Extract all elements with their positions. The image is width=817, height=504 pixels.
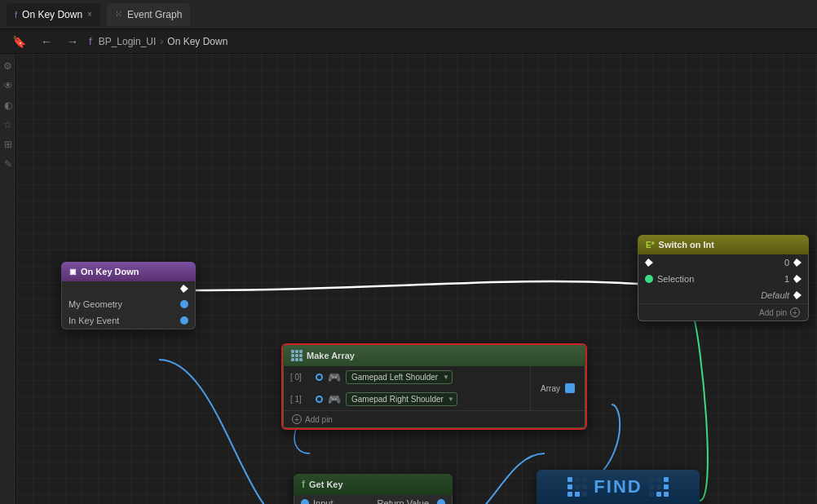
gamepad1-icon: 🎮 [328, 393, 341, 405]
inkeyevent-label: In Key Event [68, 316, 119, 325]
makearray-addpin-row[interactable]: + Add pin [284, 410, 585, 427]
item1-pin[interactable] [316, 396, 323, 403]
onkeydown-exec-row [62, 281, 195, 296]
switch-1-label: 1 [784, 274, 789, 284]
sidebar-icon-4[interactable]: ☆ [3, 119, 12, 130]
node-getkey[interactable]: f Get Key Input Return Value [294, 474, 453, 504]
item0-dropdown-wrapper: Gamepad Left Shoulder ▼ [346, 370, 453, 384]
item0-index: [ 0] [290, 373, 311, 382]
find-title: FIND [594, 476, 642, 497]
switch-exec-in-pin[interactable] [645, 259, 653, 267]
switchonint-header: E* Switch on Int [638, 235, 809, 254]
array-output-label: Array [541, 384, 560, 393]
item0-dropdown[interactable]: Gamepad Left Shoulder [346, 370, 453, 384]
item1-index: [ 1] [290, 395, 311, 404]
tab-eventgraph[interactable]: ⁙ Event Graph [107, 3, 190, 26]
onkeydown-header: ▣ On Key Down [61, 262, 196, 281]
switchonint-title: Switch on Int [659, 240, 714, 250]
switch-exec-row: 0 [638, 254, 808, 271]
makearray-header: Make Array [283, 345, 585, 366]
onkeydown-body: My Geometry In Key Event [61, 281, 196, 329]
tab-close-button[interactable]: × [87, 10, 92, 19]
switch-default-row: Default [638, 287, 808, 303]
makearray-grid-icon [291, 350, 303, 361]
switch-selection-in-pin[interactable] [645, 275, 653, 283]
back-button[interactable]: ← [37, 33, 56, 50]
node-switchonint[interactable]: E* Switch on Int 0 Selection 1 Default [638, 235, 809, 321]
item1-dropdown-wrapper: Gamepad Right Shoulder ▼ [346, 392, 457, 406]
makearray-outputs: Array [530, 366, 585, 410]
breadcrumb-separator: › [160, 36, 163, 47]
onkeydown-mygeometry-row: My Geometry [62, 296, 195, 312]
exec-out-pin[interactable] [180, 285, 188, 293]
makearray-inputs: [ 0] 🎮 Gamepad Left Shoulder ▼ [ 1] [284, 366, 530, 410]
switchonint-body: 0 Selection 1 Default Add pin + [638, 254, 809, 321]
bookmark-icon[interactable]: 🔖 [8, 33, 30, 50]
function-icon-toolbar: f [89, 35, 92, 47]
mygeometry-label: My Geometry [68, 299, 122, 309]
getkey-body: Input Return Value [294, 495, 453, 504]
find-header: FIND [537, 470, 700, 504]
toolbar: 🔖 ← → f BP_Login_UI › On Key Down [0, 29, 817, 54]
switch-addpin-label: Add pin [759, 308, 787, 317]
find-dots-left [567, 477, 587, 497]
getkey-func-icon: f [302, 479, 305, 490]
sidebar-icon-2[interactable]: 👁 [3, 80, 13, 91]
sidebar-icon-3[interactable]: ◐ [4, 99, 12, 111]
left-sidebar: ⚙ 👁 ◐ ☆ ⊞ ✎ [0, 54, 16, 504]
sidebar-icon-6[interactable]: ✎ [4, 158, 12, 170]
switch-addpin-row[interactable]: Add pin + [638, 303, 808, 321]
switch-exec-out-default-pin[interactable] [793, 291, 802, 299]
tab-onkeydown-label: On Key Down [22, 9, 82, 20]
switch-default-label: Default [761, 290, 789, 300]
grid-icon: ⁙ [115, 9, 122, 20]
node-find[interactable]: FIND [537, 470, 700, 504]
node-onkeydown[interactable]: ▣ On Key Down My Geometry In Key Event [61, 262, 196, 329]
array-out-pin[interactable] [565, 383, 575, 393]
find-dots-right [649, 477, 669, 497]
switch-addpin-plus-icon[interactable]: + [790, 307, 800, 317]
getkey-return-pin[interactable] [437, 499, 445, 504]
makearray-item1: [ 1] 🎮 Gamepad Right Shoulder ▼ [284, 388, 530, 410]
switch-0-label: 0 [784, 258, 789, 267]
getkey-return-label: Return Value [378, 498, 429, 504]
graph-canvas: ▣ On Key Down My Geometry In Key Event [16, 54, 817, 504]
item1-dropdown[interactable]: Gamepad Right Shoulder [346, 392, 457, 406]
sidebar-icon-5[interactable]: ⊞ [4, 139, 12, 150]
makearray-title: Make Array [307, 351, 355, 360]
switchonint-e-icon: E* [646, 241, 655, 250]
switch-selection-label: Selection [657, 274, 784, 284]
getkey-pin-row: Input Return Value [294, 495, 452, 504]
forward-button[interactable]: → [63, 33, 82, 50]
inkeyevent-pin[interactable] [180, 316, 188, 325]
switch-selection-row: Selection 1 [638, 271, 808, 287]
addpin-label: Add pin [305, 415, 333, 424]
item0-pin[interactable] [316, 374, 323, 381]
makearray-main-row: [ 0] 🎮 Gamepad Left Shoulder ▼ [ 1] [284, 366, 585, 410]
switch-exec-out-1-pin[interactable] [793, 275, 802, 283]
node-makearray[interactable]: Make Array [ 0] 🎮 Gamepad Left Shoulder … [281, 343, 587, 430]
function-icon: f [15, 10, 17, 20]
getkey-header: f Get Key [294, 474, 453, 495]
title-bar: f On Key Down × ⁙ Event Graph [0, 0, 817, 29]
breadcrumb: BP_Login_UI › On Key Down [99, 36, 228, 47]
onkeydown-inkeyevent-row: In Key Event [62, 312, 195, 329]
switch-exec-out-0-pin[interactable] [793, 259, 802, 267]
getkey-input-pin[interactable] [301, 499, 309, 504]
onkeydown-icon: ▣ [69, 267, 77, 276]
breadcrumb-current: On Key Down [167, 36, 227, 47]
addpin-plus-icon[interactable]: + [292, 414, 302, 424]
tab-eventgraph-label: Event Graph [127, 9, 182, 20]
getkey-input-label: Input [313, 498, 333, 504]
sidebar-icon-1[interactable]: ⚙ [3, 60, 12, 72]
onkeydown-title: On Key Down [81, 267, 139, 276]
makearray-body: [ 0] 🎮 Gamepad Left Shoulder ▼ [ 1] [283, 366, 585, 428]
makearray-item0: [ 0] 🎮 Gamepad Left Shoulder ▼ [284, 366, 530, 388]
gamepad0-icon: 🎮 [328, 371, 341, 383]
mygeometry-pin[interactable] [180, 300, 188, 308]
tab-onkeydown[interactable]: f On Key Down × [7, 3, 100, 26]
breadcrumb-parent[interactable]: BP_Login_UI [99, 36, 157, 47]
makearray-array-out: Array [541, 383, 575, 393]
getkey-title: Get Key [309, 480, 343, 489]
